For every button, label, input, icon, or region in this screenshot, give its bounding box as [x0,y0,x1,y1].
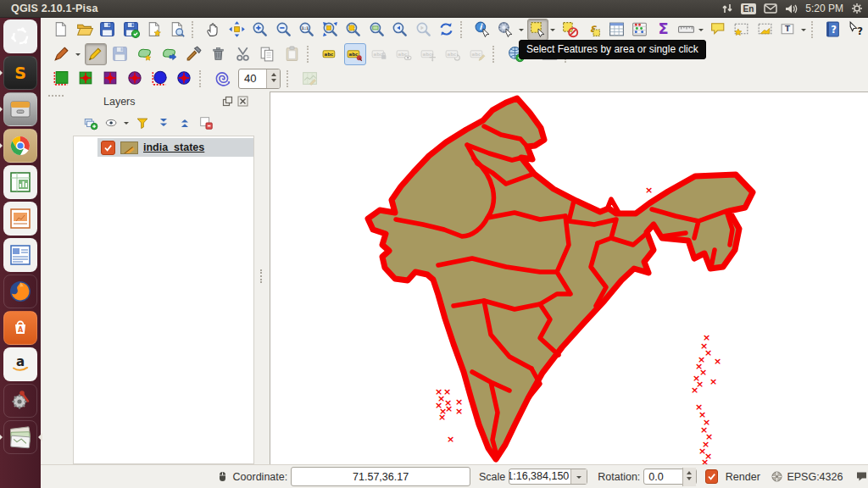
shape-circle-purple-cross[interactable] [125,68,147,90]
node-tool[interactable] [183,43,205,65]
launcher-libreoffice-writer[interactable] [3,238,37,272]
open-project[interactable] [74,19,94,41]
move-feature[interactable] [159,43,181,65]
select-features[interactable] [527,19,548,41]
manage-layer-visibility-dropdown[interactable] [121,112,131,134]
new-print-composer[interactable] [143,19,164,41]
zoom-in[interactable] [250,19,270,41]
launcher-system-settings[interactable] [3,384,37,418]
measure-line-dropdown[interactable] [697,19,705,41]
shape-square-green[interactable] [51,68,73,90]
launcher-chrome[interactable] [3,129,37,163]
add-feature[interactable] [134,43,156,65]
show-hide-labels[interactable]: abc [393,43,415,65]
launcher-file-manager[interactable] [3,92,37,126]
delete-selected[interactable] [208,43,230,65]
remove-layer[interactable] [197,114,215,132]
paste-features[interactable] [281,43,303,65]
panel-close-button[interactable] [236,95,249,108]
spiral-tool[interactable] [212,68,234,90]
help-contents[interactable]: ? [823,19,843,41]
text-annotation[interactable]: T [778,19,798,41]
log-messages-icon[interactable] [854,469,868,485]
copy-features[interactable] [257,43,279,65]
coordinate-input[interactable] [291,467,470,486]
refresh-map[interactable] [436,19,456,41]
crs-label[interactable]: EPSG:4326 [787,471,843,483]
show-bookmarks[interactable] [754,19,775,41]
shape-square-green-cross[interactable] [75,68,97,90]
zoom-to-selection[interactable] [342,19,363,41]
launcher-amazon[interactable]: a [3,347,37,381]
launcher-libreoffice-calc[interactable] [3,165,37,199]
zoom-to-layer[interactable] [366,19,387,41]
select-features-dropdown[interactable] [548,19,557,41]
text-annotation-dropdown[interactable] [798,19,807,41]
session-gear-icon[interactable] [851,0,863,17]
network-updown-icon[interactable] [721,0,733,17]
manage-layer-visibility[interactable] [103,114,121,132]
panel-float-button[interactable] [221,95,234,108]
pan-map[interactable] [203,19,224,41]
size-spinbox[interactable]: 40 [238,69,281,89]
crs-status-icon[interactable] [771,469,784,485]
map-canvas[interactable]: ×××××××××××××××××××××××××××××××× [270,92,868,465]
zoom-last[interactable] [389,19,409,41]
shape-square-purple-cross[interactable] [100,68,122,90]
measure-line[interactable] [676,19,696,41]
layer-labeling[interactable]: abc [320,43,342,65]
sound-indicator-icon[interactable] [785,0,798,17]
rotate-label[interactable]: abc [442,43,465,65]
zoom-native[interactable]: 1:1 [297,19,317,41]
shape-circle-blue-cross[interactable] [174,68,196,90]
layer-row-india-states[interactable]: india_states [97,138,253,157]
toolbar-grip[interactable] [48,95,64,100]
raster-calculator[interactable] [299,68,321,90]
save-project[interactable] [97,19,117,41]
save-project-as[interactable] [120,19,141,41]
identify-features[interactable]: i [472,19,492,41]
new-project[interactable] [51,19,71,41]
launcher-firefox[interactable] [3,274,37,308]
sum-features[interactable]: Σ [653,19,673,41]
message-indicator-icon[interactable] [764,0,777,17]
zoom-full-extent[interactable] [320,19,340,41]
pan-to-selection[interactable] [226,19,247,41]
size-spinbox-stepper[interactable] [266,69,280,88]
launcher-ubuntu-dash[interactable] [3,19,37,53]
zoom-next[interactable] [413,19,433,41]
zoom-out[interactable] [273,19,293,41]
layer-visibility-checkbox[interactable] [101,141,115,155]
clock-indicator[interactable]: 5:20 PM [805,0,843,17]
expand-all[interactable] [154,114,173,132]
open-attribute-table[interactable] [606,19,626,41]
shape-circle-blue[interactable] [149,68,171,90]
save-layer-edits[interactable] [109,43,131,65]
keyboard-indicator[interactable]: En [741,0,757,17]
highlight-pinned-labels[interactable]: abc [369,43,391,65]
map-tips[interactable] [708,19,728,41]
run-feature-action[interactable] [496,19,516,41]
launcher-ubuntu-software-center[interactable]: A [3,311,37,345]
scale-combo[interactable]: 1:16,384,150 [509,469,587,485]
scale-dropdown-button[interactable] [570,469,587,484]
move-label[interactable]: abc [418,43,440,65]
pin-unpin-labels[interactable]: abc [344,43,366,65]
current-edits[interactable] [51,43,73,65]
change-label-properties[interactable]: abc [467,43,489,65]
layer-name[interactable]: india_states [143,141,204,153]
rotation-spinbox[interactable]: 0.0 [643,469,697,485]
filter-legend[interactable] [133,114,152,132]
toggle-editing[interactable] [85,43,107,65]
panel-splitter[interactable] [254,92,270,464]
render-checkbox[interactable] [705,469,718,484]
launcher-libreoffice-impress[interactable] [3,202,37,236]
launcher-sublime-text[interactable]: S [3,56,37,90]
collapse-all[interactable] [175,114,194,132]
composer-manager[interactable] [167,19,187,41]
new-bookmark[interactable] [732,19,752,41]
add-group[interactable] [81,114,100,132]
layer-symbol-swatch[interactable] [120,141,138,154]
statistical-summary[interactable] [629,19,649,41]
run-feature-action-dropdown[interactable] [517,19,526,41]
